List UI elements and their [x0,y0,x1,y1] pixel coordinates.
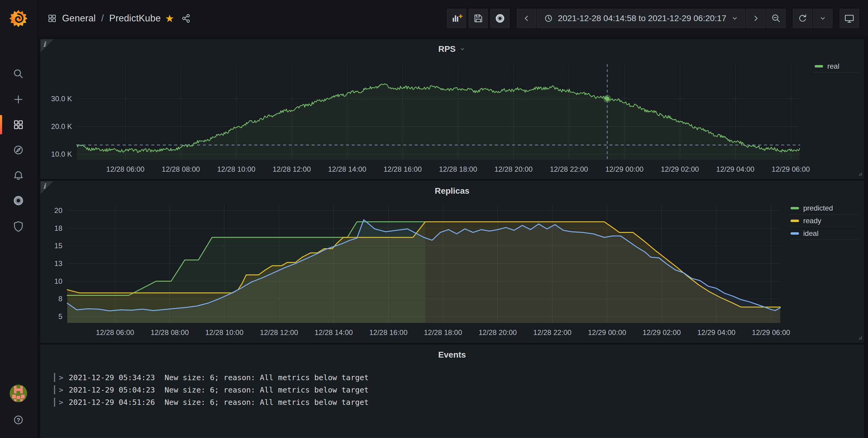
sidebar-nav [0,37,36,239]
save-dashboard-button[interactable] [469,9,488,28]
breadcrumb-folder[interactable]: General [62,13,96,24]
panel-title-menu[interactable]: RPS [438,44,466,54]
plus-icon [12,93,24,105]
refresh-button[interactable] [793,9,812,28]
zoom-out-icon [771,13,781,24]
tv-monitor-icon [844,13,855,24]
sidebar-item-create[interactable] [0,87,36,112]
event-level-bar [54,385,55,394]
panel-header: RPS [41,39,864,59]
sidebar-item-search[interactable] [0,62,36,87]
panel-title: Events [438,350,466,360]
event-expand-chevron-icon[interactable]: > [59,398,63,407]
x-tick-label: 12/28 12:00 [273,165,311,173]
time-range-picker[interactable]: 2021-12-28 04:14:58 to 2021-12-29 06:20:… [537,9,745,28]
y-tick-label: 20 [54,206,62,214]
y-tick-label: 18 [54,224,62,232]
events-log-list: >2021-12-29 05:34:23New size: 6; reason:… [54,373,864,407]
zoom-out-button[interactable] [767,9,786,28]
favorite-star-icon[interactable]: ★ [165,13,174,24]
event-row[interactable]: >2021-12-29 04:51:26New size: 6; reason:… [54,398,864,407]
panel-header: Events [41,345,864,365]
panel-rps: i RPS 12/28 06:0012/28 08:0012/28 10:001… [40,39,864,179]
series-real-area [77,84,800,160]
add-panel-button[interactable] [447,9,466,28]
event-level-bar [54,373,55,382]
topbar: General / PredictKube ★ [37,0,868,37]
y-tick-label: 5 [59,312,62,321]
legend-item-real[interactable]: real [813,60,859,73]
refresh-interval-button[interactable] [813,9,832,28]
replicas-chart-area: 12/28 06:0012/28 08:0012/28 10:0012/28 1… [41,201,864,342]
gear-icon [494,13,506,24]
x-tick-label: 12/28 06:00 [96,328,134,336]
x-tick-label: 12/28 10:00 [217,165,255,173]
x-tick-label: 12/28 22:00 [550,165,588,173]
user-avatar[interactable] [0,379,36,407]
sidebar-item-configuration[interactable] [0,188,36,213]
legend-swatch [790,207,799,209]
sidebar: ? [0,0,37,438]
event-message: New size: 6; reason: All metrics below t… [164,385,369,394]
event-timestamp: 2021-12-29 05:34:23 [69,373,155,382]
sidebar-item-help[interactable]: ? [0,407,36,433]
x-tick-label: 12/28 18:00 [439,165,477,173]
breadcrumb-dashboard-title[interactable]: PredictKube [109,13,161,24]
sidebar-item-alerting[interactable] [0,163,36,188]
y-tick-label: 15 [54,242,62,250]
legend-item-ready[interactable]: ready [789,214,859,227]
y-tick-label: 20.0 K [51,122,72,130]
event-level-bar [54,398,55,407]
legend-label: predicted [803,204,833,212]
time-range-label: 2021-12-28 04:14:58 to 2021-12-29 06:20:… [558,13,726,23]
panel-info-corner[interactable]: i [41,181,53,194]
x-tick-label: 12/28 16:00 [384,165,422,173]
x-tick-label: 12/28 06:00 [106,165,145,173]
panel-title: RPS [438,44,456,54]
grafana-logo[interactable] [0,0,36,37]
x-tick-label: 12/29 06:00 [772,165,810,173]
panel-menu-caret-icon [459,45,466,53]
event-row[interactable]: >2021-12-29 05:34:23New size: 6; reason:… [54,373,864,382]
time-range-back-button[interactable] [517,9,536,28]
event-row[interactable]: >2021-12-29 05:04:23New size: 6; reason:… [54,385,864,394]
y-tick-label: 10 [54,277,62,285]
legend-item-predicted[interactable]: predicted [789,202,859,214]
panel-events: Events >2021-12-29 05:34:23New size: 6; … [40,345,864,438]
replicas-legend: predictedreadyideal [789,202,859,240]
dashboard-settings-button[interactable] [490,9,510,28]
breadcrumb-separator: / [101,13,104,24]
panel-title-menu[interactable]: Replicas [435,186,469,196]
legend-item-ideal[interactable]: ideal [789,227,859,240]
breadcrumb[interactable]: General / PredictKube [47,13,161,24]
x-tick-label: 12/29 06:00 [752,328,790,336]
dashboard-grid: i RPS 12/28 06:0012/28 08:0012/28 10:001… [37,37,868,438]
sidebar-item-explore[interactable] [0,137,36,163]
refresh-icon [797,13,808,24]
panel-resize-handle[interactable] [857,171,863,177]
topbar-actions: 2021-12-28 04:14:58 to 2021-12-29 06:20:… [447,9,859,28]
clock-icon [544,13,554,24]
event-timestamp: 2021-12-29 04:51:26 [69,398,155,407]
time-range-forward-button[interactable] [746,9,766,28]
legend-swatch [790,232,799,235]
x-tick-label: 12/28 18:00 [424,328,462,336]
share-button[interactable] [181,13,192,24]
y-tick-label: 10.0 K [51,150,72,158]
sidebar-item-dashboards[interactable] [0,112,36,137]
sidebar-item-server-admin[interactable] [0,213,36,239]
x-tick-label: 12/28 08:00 [162,165,200,173]
x-tick-label: 12/29 00:00 [605,165,644,173]
grafana-app: ? General / PredictKube ★ [0,0,868,438]
chevron-down-icon [731,14,739,23]
event-expand-chevron-icon[interactable]: > [59,385,63,394]
cycle-view-mode-button[interactable] [840,9,859,28]
panel-title-menu[interactable]: Events [438,350,466,360]
panel-resize-handle[interactable] [857,335,863,341]
event-expand-chevron-icon[interactable]: > [59,373,63,382]
panel-title: Replicas [435,186,469,196]
panel-info-corner[interactable]: i [41,39,53,52]
compass-icon [12,144,24,156]
legend-swatch [790,220,799,222]
x-tick-label: 12/28 08:00 [151,328,189,336]
